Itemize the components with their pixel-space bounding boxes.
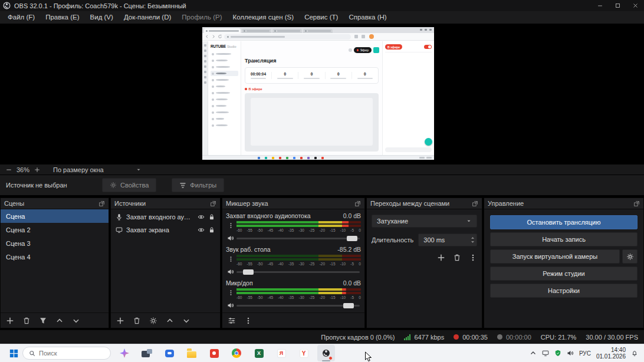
task-view-icon[interactable] [138,345,156,361]
security-shield-icon[interactable] [554,350,561,357]
scene-item[interactable]: Сцена 3 [1,236,109,250]
preview-canvas[interactable]: RUTUBE Studio Эфир Трансляция 00:00:0400… [202,27,434,160]
menu-item-2[interactable]: Правка (E) [40,11,84,24]
taskbar-search[interactable] [22,347,111,360]
volume-icon[interactable] [567,350,574,357]
dock-popout-icon[interactable] [210,200,216,207]
spin-up-icon[interactable] [470,236,475,239]
menu-item-1[interactable]: Файл (F) [2,11,40,24]
add-scene-icon[interactable] [6,317,14,325]
app-red-icon[interactable] [205,345,223,361]
settings-button[interactable]: Настройки [490,284,638,298]
source-properties-icon[interactable] [149,317,157,325]
zoom-mode-select[interactable]: По размеру окна [53,166,142,173]
menu-item-3[interactable]: Вид (V) [85,11,119,24]
search-input[interactable] [39,350,98,357]
remove-scene-icon[interactable] [22,317,31,325]
volume-slider[interactable] [236,238,360,239]
move-scene-up-icon[interactable] [55,317,64,325]
transition-select[interactable]: Затухание [372,215,477,228]
tray-overflow-icon[interactable] [530,350,537,357]
studio-mode-button[interactable]: Режим студии [490,266,638,281]
app-white-icon[interactable]: Я [272,345,290,361]
virtual-camera-config-button[interactable] [622,249,638,264]
live-status-row: В эфире [245,87,379,91]
notifications-icon[interactable] [631,350,638,357]
visibility-icon[interactable] [198,226,205,233]
excel-icon[interactable]: X [250,345,268,361]
virtual-camera-button[interactable]: Запуск виртуальной камеры [490,249,620,264]
lock-icon[interactable] [208,226,215,233]
move-source-up-icon[interactable] [166,317,174,325]
close-button[interactable] [626,0,644,11]
taskbar-clock[interactable]: 14:40 01.01.2026 [596,347,626,360]
properties-button[interactable]: Свойства [102,178,156,192]
maximize-button[interactable] [609,0,626,11]
volume-slider-handle[interactable] [243,269,254,275]
channel-db: 0.0 dB [343,279,361,287]
start-recording-button[interactable]: Начать запись [490,232,638,246]
mute-icon[interactable] [227,235,234,242]
move-scene-down-icon[interactable] [72,317,80,325]
mute-icon[interactable] [227,302,234,309]
yandex-icon[interactable]: Y [295,345,313,361]
minimize-button[interactable] [591,0,609,11]
volume-slider-handle[interactable] [343,303,354,308]
obs-icon[interactable] [317,345,335,361]
transition-options-icon[interactable] [469,254,477,262]
lock-icon[interactable] [208,213,215,221]
copilot-icon[interactable] [116,345,133,361]
menu-item-7[interactable]: Сервис (T) [299,11,343,24]
spin-down-icon[interactable] [470,241,475,243]
add-source-icon[interactable] [116,317,124,325]
dock-popout-icon[interactable] [98,200,105,207]
scene-item[interactable]: Сцена 2 [1,223,109,236]
dock-popout-icon[interactable] [354,200,361,207]
channel-name: Захват входного аудиопотока [226,212,311,219]
tab-title-bar [209,30,239,32]
rutube-menu-item [211,116,238,121]
remove-transition-icon[interactable] [453,254,461,262]
dock-popout-icon[interactable] [633,200,640,207]
dock-title: Источники [114,200,146,207]
dock-title: Микшер звука [226,200,268,207]
filters-button[interactable]: Фильтры [172,178,224,192]
start-button[interactable] [6,345,21,361]
advanced-audio-icon[interactable] [228,317,236,325]
volume-slider[interactable] [236,305,360,307]
menu-item-8[interactable]: Справка (H) [343,11,392,24]
dock-popout-icon[interactable] [472,200,478,207]
stop-streaming-button[interactable]: Остановить трансляцию [490,215,638,229]
volume-slider-handle[interactable] [347,236,357,241]
captured-app-icon [314,157,317,159]
visibility-icon[interactable] [198,213,205,221]
mute-icon[interactable] [227,268,234,275]
chrome-icon[interactable] [228,345,245,361]
source-item[interactable]: Захват входного аудио [111,210,220,223]
menu-item-5[interactable]: Профиль (P) [176,11,227,24]
move-source-down-icon[interactable] [182,317,190,325]
scene-item[interactable]: Сцена 4 [1,250,109,264]
channel-options-icon[interactable] [228,255,234,263]
scene-filters-icon[interactable] [39,317,47,325]
captured-app-icon [300,157,303,159]
sources-dock: Источники Захват входного аудиоЗахват эк… [110,198,221,328]
display-tray-icon[interactable] [542,350,549,357]
mixer-options-icon[interactable] [244,317,252,325]
duration-input[interactable]: 300 ms [418,233,477,246]
keyboard-language[interactable]: РУС [579,350,591,357]
add-transition-icon[interactable] [437,254,445,262]
menu-item-6[interactable]: Коллекция сцен (S) [228,11,300,24]
remove-source-icon[interactable] [133,317,141,325]
scene-item[interactable]: Сцена [1,209,109,223]
channel-options-icon[interactable] [228,222,234,229]
channel-options-icon[interactable] [228,289,234,297]
chat-icon[interactable] [160,345,178,361]
source-toolbar: Источник не выбран Свойства Фильтры [0,175,644,196]
volume-slider[interactable] [236,271,360,273]
menu-item-4[interactable]: Док-панели (D) [119,11,176,24]
source-item[interactable]: Захват экрана [111,223,220,236]
zoom-in-icon[interactable] [34,167,40,173]
zoom-out-icon[interactable] [6,167,12,173]
explorer-icon[interactable] [183,345,201,361]
